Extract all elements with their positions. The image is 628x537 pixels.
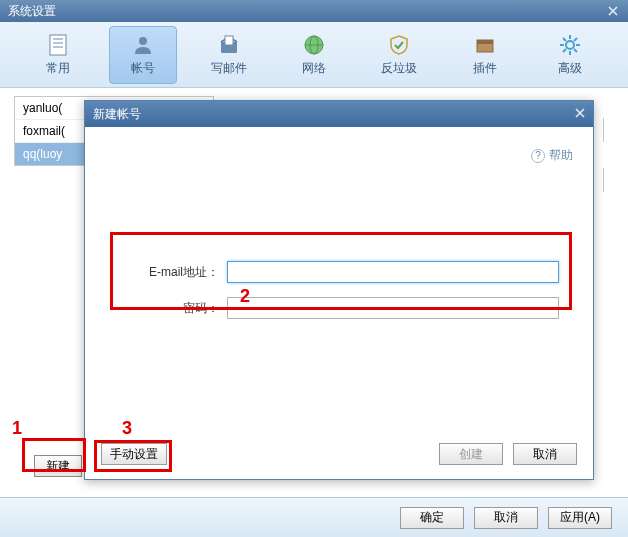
dialog-title: 新建帐号 [93, 106, 141, 123]
toolbar-label: 高级 [558, 60, 582, 77]
email-label: E-mail地址： [119, 264, 219, 281]
gear-icon [557, 32, 583, 58]
help-label: 帮助 [549, 147, 573, 164]
help-icon: ? [531, 149, 545, 163]
toolbar-spam[interactable]: 反垃圾 [366, 26, 433, 84]
apply-button[interactable]: 应用(A) [548, 507, 612, 529]
separator [603, 118, 604, 142]
compose-icon [216, 32, 242, 58]
email-row: E-mail地址： [119, 261, 559, 283]
window-title: 系统设置 [8, 3, 56, 20]
globe-icon [301, 32, 327, 58]
close-icon[interactable] [606, 4, 620, 18]
new-account-dialog: 新建帐号 ? 帮助 E-mail地址： 密码： 手动设置 创建 取消 [84, 100, 594, 480]
password-label: 密码： [119, 300, 219, 317]
toolbar: 常用 帐号 写邮件 网络 反垃圾 插件 高级 [0, 22, 628, 88]
dialog-body: ? 帮助 E-mail地址： 密码： 手动设置 创建 取消 [85, 127, 593, 479]
form-area: E-mail地址： 密码： [109, 247, 569, 347]
doc-icon [45, 32, 71, 58]
dialog-cancel-button[interactable]: 取消 [513, 443, 577, 465]
manual-settings-button[interactable]: 手动设置 [101, 443, 167, 465]
new-account-button[interactable]: 新建 [34, 455, 82, 477]
help-link[interactable]: ? 帮助 [531, 147, 573, 164]
plugin-icon [472, 32, 498, 58]
cancel-button[interactable]: 取消 [474, 507, 538, 529]
svg-rect-6 [225, 36, 233, 45]
dialog-close-icon[interactable] [575, 107, 585, 121]
separator [603, 168, 604, 192]
user-icon [130, 32, 156, 58]
toolbar-account[interactable]: 帐号 [109, 26, 176, 84]
dialog-footer: 手动设置 创建 取消 [85, 443, 593, 465]
svg-line-20 [563, 49, 566, 52]
create-button[interactable]: 创建 [439, 443, 503, 465]
ok-button[interactable]: 确定 [400, 507, 464, 529]
password-row: 密码： [119, 297, 559, 319]
password-field[interactable] [227, 297, 559, 319]
toolbar-label: 常用 [46, 60, 70, 77]
svg-rect-11 [477, 40, 493, 44]
shield-icon [386, 32, 412, 58]
toolbar-common[interactable]: 常用 [24, 26, 91, 84]
svg-rect-0 [50, 35, 66, 55]
titlebar: 系统设置 [0, 0, 628, 22]
svg-point-12 [566, 41, 574, 49]
svg-line-19 [574, 38, 577, 41]
email-field[interactable] [227, 261, 559, 283]
dialog-titlebar: 新建帐号 [85, 101, 593, 127]
svg-line-18 [574, 49, 577, 52]
toolbar-label: 写邮件 [211, 60, 247, 77]
toolbar-label: 网络 [302, 60, 326, 77]
toolbar-plugin[interactable]: 插件 [451, 26, 518, 84]
svg-line-17 [563, 38, 566, 41]
toolbar-advanced[interactable]: 高级 [537, 26, 604, 84]
toolbar-label: 帐号 [131, 60, 155, 77]
toolbar-network[interactable]: 网络 [280, 26, 347, 84]
toolbar-label: 反垃圾 [381, 60, 417, 77]
main-footer: 确定 取消 应用(A) [0, 497, 628, 537]
toolbar-compose[interactable]: 写邮件 [195, 26, 262, 84]
toolbar-label: 插件 [473, 60, 497, 77]
svg-point-4 [139, 37, 147, 45]
